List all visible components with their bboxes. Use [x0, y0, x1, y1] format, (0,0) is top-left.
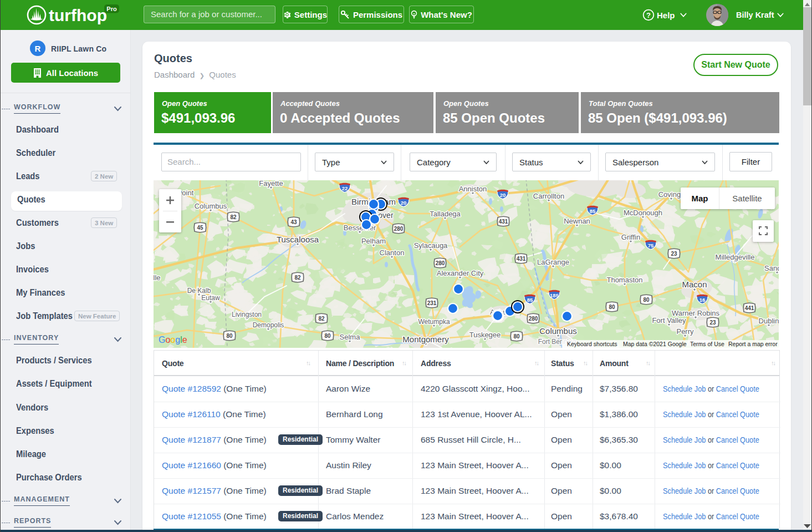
svg-text:Tuskegee: Tuskegee — [469, 331, 501, 339]
svg-text:?: ? — [646, 11, 651, 19]
svg-text:280: 280 — [436, 260, 445, 266]
svg-text:Macon: Macon — [682, 280, 707, 289]
svg-text:23: 23 — [709, 320, 716, 326]
svg-text:Sylacauga: Sylacauga — [414, 241, 448, 250]
svg-text:Livingston: Livingston — [232, 311, 262, 318]
svg-text:Sander: Sander — [764, 264, 779, 272]
svg-text:431: 431 — [499, 219, 508, 225]
svg-text:Montgomery: Montgomery — [402, 335, 449, 344]
svg-text:Anniston: Anniston — [459, 185, 487, 193]
svg-text:85: 85 — [527, 297, 533, 303]
svg-text:Alexander City: Alexander City — [437, 269, 484, 277]
svg-text:16: 16 — [699, 297, 706, 303]
svg-text:Pro: Pro — [106, 6, 117, 12]
svg-text:Eutaw: Eutaw — [201, 294, 220, 302]
svg-text:82: 82 — [294, 275, 301, 281]
svg-text:Fort Valley: Fort Valley — [652, 316, 686, 325]
svg-text:82: 82 — [318, 316, 325, 322]
svg-text:Dublin: Dublin — [759, 317, 779, 325]
svg-text:Clanton: Clanton — [380, 249, 405, 257]
svg-text:23: 23 — [671, 251, 677, 257]
svg-text:Columbus: Columbus — [539, 326, 577, 336]
svg-text:22: 22 — [342, 185, 348, 191]
svg-text:Wetumpka: Wetumpka — [418, 318, 450, 326]
svg-text:R: R — [35, 44, 41, 53]
svg-text:Tuscaloosa: Tuscaloosa — [277, 235, 319, 244]
svg-text:Selma: Selma — [340, 333, 361, 341]
svg-text:lle: lle — [154, 273, 161, 282]
svg-text:80: 80 — [513, 333, 520, 340]
svg-text:Griffin: Griffin — [621, 233, 640, 241]
svg-text:Google: Google — [159, 335, 187, 344]
svg-text:Carrollton: Carrollton — [533, 192, 564, 200]
svg-text:85: 85 — [590, 208, 596, 214]
svg-text:turfhop: turfhop — [49, 6, 107, 24]
svg-text:431: 431 — [517, 256, 526, 262]
svg-text:Thomaston: Thomaston — [606, 276, 642, 284]
svg-text:20: 20 — [401, 200, 407, 206]
svg-text:Fayette: Fayette — [259, 180, 283, 188]
svg-text:75: 75 — [648, 242, 654, 249]
svg-text:43: 43 — [290, 219, 297, 225]
svg-text:231: 231 — [427, 300, 437, 306]
svg-text:45: 45 — [197, 225, 203, 231]
svg-text:82: 82 — [230, 214, 237, 220]
svg-text:Milledgeville: Milledgeville — [716, 253, 755, 261]
svg-text:Columbus: Columbus — [195, 202, 227, 210]
svg-text:McDonough: McDonough — [624, 209, 662, 217]
svg-text:De Kalb: De Kalb — [187, 287, 211, 295]
svg-text:Demopolis: Demopolis — [253, 321, 284, 329]
svg-text:80: 80 — [324, 333, 331, 339]
svg-text:280: 280 — [529, 316, 538, 322]
svg-text:Newnan: Newnan — [564, 217, 590, 225]
svg-text:20: 20 — [500, 192, 506, 198]
svg-text:280: 280 — [394, 226, 404, 232]
svg-text:80: 80 — [226, 333, 233, 339]
svg-text:185: 185 — [550, 292, 559, 298]
svg-text:80: 80 — [643, 297, 650, 303]
svg-text:LaGrange: LaGrange — [537, 258, 569, 266]
svg-text:80: 80 — [609, 304, 615, 310]
svg-text:Perry: Perry — [676, 327, 694, 336]
svg-text:Pelham: Pelham — [361, 237, 386, 245]
svg-text:441: 441 — [745, 305, 754, 311]
svg-text:Talladega: Talladega — [430, 210, 461, 218]
